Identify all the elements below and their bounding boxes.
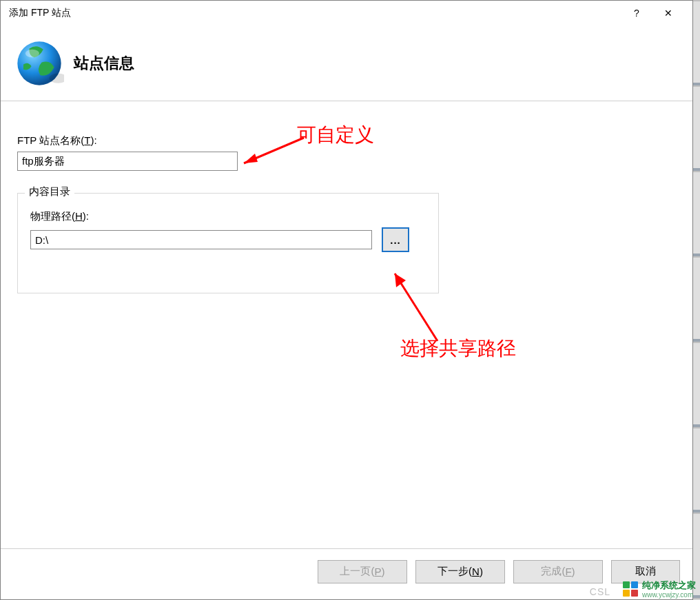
previous-button: 上一页(P)	[318, 560, 407, 583]
dialog-content: FTP 站点名称(T): 内容目录 物理路径(H): ... 可自定义 选择共享…	[1, 101, 692, 548]
wizard-footer: 上一页(P) 下一步(N) 完成(F) 取消	[1, 548, 692, 594]
background-right-strip	[693, 0, 700, 600]
site-name-label: FTP 站点名称(T):	[17, 134, 679, 147]
physical-path-label: 物理路径(H):	[30, 210, 426, 223]
site-name-input[interactable]	[17, 152, 238, 171]
close-button[interactable]: ✕	[652, 3, 684, 23]
svg-marker-4	[244, 154, 258, 163]
svg-point-1	[25, 49, 39, 57]
globe-icon	[14, 39, 64, 88]
brand-url: www.ycwjzy.com	[642, 592, 696, 599]
finish-button: 完成(F)	[513, 560, 603, 583]
browse-button[interactable]: ...	[382, 227, 409, 252]
titlebar: 添加 FTP 站点 ? ✕	[1, 1, 692, 25]
dialog-header: 站点信息	[1, 25, 692, 101]
brand-logo-icon	[623, 581, 638, 597]
annotation-share-path: 选择共享路径	[400, 335, 516, 362]
page-title: 站点信息	[74, 53, 134, 74]
content-directory-legend: 内容目录	[25, 185, 74, 198]
add-ftp-site-dialog: 添加 FTP 站点 ? ✕ 站点信息 FTP 站点名称(T): 内容目	[0, 0, 693, 600]
physical-path-input[interactable]	[30, 230, 372, 249]
watermark-csl: CSL	[590, 586, 610, 597]
window-title: 添加 FTP 站点	[9, 7, 621, 19]
content-directory-group: 内容目录 物理路径(H): ...	[17, 193, 439, 293]
next-button[interactable]: 下一步(N)	[415, 560, 505, 583]
watermark-brand: 纯净系统之家 www.ycwjzy.com	[623, 579, 696, 599]
brand-name: 纯净系统之家	[642, 580, 696, 590]
help-button[interactable]: ?	[621, 3, 652, 23]
